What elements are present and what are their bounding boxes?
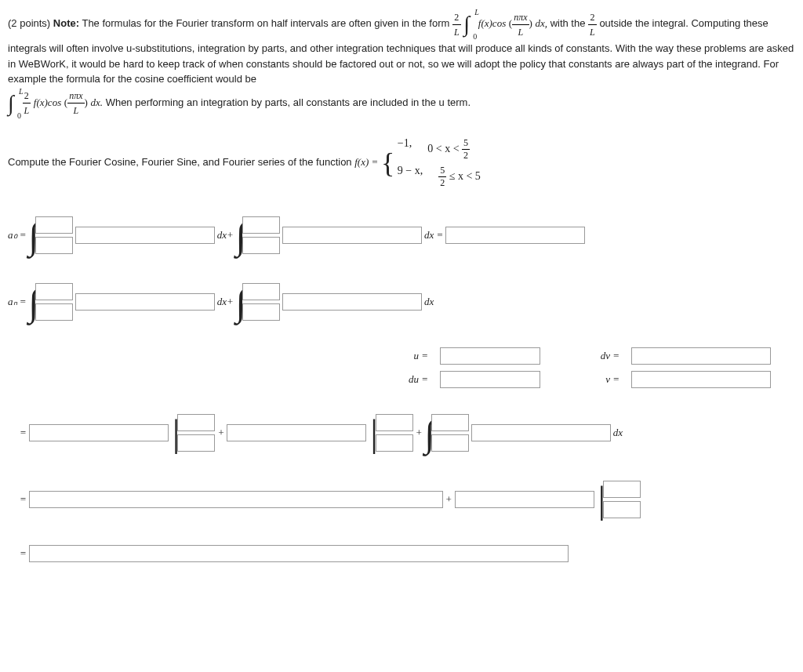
an-label: aₙ = xyxy=(8,296,27,308)
du-label: du = xyxy=(384,373,428,386)
dv-input[interactable] xyxy=(631,347,771,365)
problem-note: (2 points) Note: The formulas for the Fo… xyxy=(8,8,795,120)
eval1-integrand[interactable] xyxy=(471,424,611,441)
an-int2-upper[interactable] xyxy=(242,283,280,300)
an-integrand2[interactable] xyxy=(282,293,422,311)
note-bold: Note: xyxy=(53,17,79,29)
a0-row: a₀ = ∫ dx+ ∫ dx = xyxy=(8,214,795,257)
left-brace-icon: { xyxy=(381,147,394,179)
eval2-bar-lower[interactable] xyxy=(603,501,641,518)
eval-row-3: = xyxy=(8,545,795,562)
du-input[interactable] xyxy=(440,371,540,388)
eval2-bar-upper[interactable] xyxy=(603,481,641,498)
u-input[interactable] xyxy=(440,347,540,365)
eval2-term1[interactable] xyxy=(29,491,443,508)
eval1-bar1-lower[interactable] xyxy=(177,434,215,452)
fraction-2-L: 2L xyxy=(452,10,461,39)
an-int1-lower[interactable] xyxy=(35,303,73,321)
a0-int2-lower[interactable] xyxy=(242,237,280,254)
eval1-term2[interactable] xyxy=(227,424,366,441)
eval-row-1: = | + | + ∫ dx xyxy=(8,412,795,455)
a0-int1-upper[interactable] xyxy=(35,216,73,234)
a0-integrand1[interactable] xyxy=(75,227,215,244)
eval-row-2: = + | xyxy=(8,478,795,521)
a0-result[interactable] xyxy=(445,227,585,244)
eval3-result[interactable] xyxy=(29,545,569,562)
v-input[interactable] xyxy=(631,371,771,388)
an-integrand1[interactable] xyxy=(75,293,215,311)
eval1-bar1-upper[interactable] xyxy=(177,414,215,431)
an-int2-lower[interactable] xyxy=(242,303,280,321)
eval1-int-lower[interactable] xyxy=(431,434,469,452)
an-int1-upper[interactable] xyxy=(35,283,73,300)
fraction-2-L-b: 2L xyxy=(588,10,597,39)
uv-grid: u = dv = du = v = xyxy=(384,347,795,388)
a0-integrand2[interactable] xyxy=(282,227,422,244)
a0-label: a₀ = xyxy=(8,229,27,242)
compute-prompt: Compute the Fourier Cosine, Fourier Sine… xyxy=(8,136,795,191)
dv-label: dv = xyxy=(576,350,620,362)
v-label: v = xyxy=(576,373,620,386)
eval1-bar2-lower[interactable] xyxy=(376,434,413,452)
a0-int1-lower[interactable] xyxy=(35,237,73,254)
eval1-term1[interactable] xyxy=(29,424,169,441)
eval2-term2[interactable] xyxy=(455,491,594,508)
points: (2 points) xyxy=(8,17,50,29)
eval1-bar2-upper[interactable] xyxy=(376,414,413,431)
u-label: u = xyxy=(384,350,428,362)
a0-int2-upper[interactable] xyxy=(242,216,280,234)
integral-icon-2: ∫L0 xyxy=(8,87,14,120)
an-row: aₙ = ∫ dx+ ∫ dx xyxy=(8,281,795,324)
eval1-int-upper[interactable] xyxy=(431,414,469,431)
integral-icon: ∫L0 xyxy=(463,8,470,41)
fraction-npix-L: nπxL xyxy=(512,10,529,39)
